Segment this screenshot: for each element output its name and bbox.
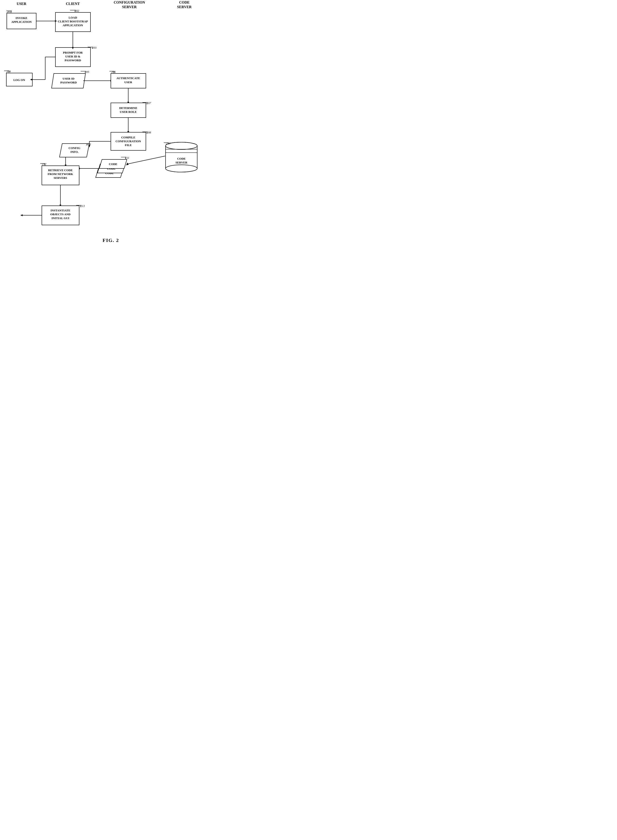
ref-201: 201 bbox=[7, 10, 11, 13]
svg-text:INITIAL GUI: INITIAL GUI bbox=[52, 217, 69, 220]
svg-text:PASSWORD: PASSWORD bbox=[65, 59, 81, 62]
svg-text:SERVERS: SERVERS bbox=[54, 176, 67, 180]
svg-text:AUTHENTICATE: AUTHENTICATE bbox=[117, 77, 140, 80]
svg-text:USER ROLE: USER ROLE bbox=[120, 110, 137, 113]
svg-text:INFO.: INFO. bbox=[70, 150, 78, 153]
svg-text:COMPILE: COMPILE bbox=[121, 136, 135, 139]
col-code-server-label2: SERVER bbox=[177, 5, 192, 9]
svg-text:FILE: FILE bbox=[125, 143, 131, 147]
svg-text:LOAD: LOAD bbox=[68, 16, 77, 19]
ref-204: 204 bbox=[6, 70, 11, 73]
col-config-server-label2: SERVER bbox=[122, 5, 137, 9]
svg-text:APPLICATION: APPLICATION bbox=[11, 20, 32, 24]
ref-206: 206 bbox=[111, 70, 116, 74]
svg-text:USER: USER bbox=[124, 81, 132, 84]
svg-text:LOG ON: LOG ON bbox=[13, 78, 25, 82]
ref-208: 208 bbox=[146, 131, 151, 134]
ref-203: 203 bbox=[92, 46, 97, 49]
svg-text:INSTANTIATE: INSTANTIATE bbox=[50, 209, 70, 212]
col-user-label: USER bbox=[17, 2, 27, 6]
svg-line-55 bbox=[128, 156, 165, 164]
col-config-server-label: CONFIGURATION bbox=[114, 0, 145, 4]
svg-text:FROM NETWORK: FROM NETWORK bbox=[48, 172, 73, 176]
diagram: USER CLIENT CONFIGURATION SERVER CODE SE… bbox=[0, 0, 221, 294]
arrow-213-out bbox=[21, 214, 23, 216]
ref-202: 202 bbox=[75, 9, 79, 12]
fig-caption: FIG. 2 bbox=[102, 237, 119, 243]
col-code-server-label: CODE bbox=[179, 0, 189, 4]
svg-text:CONFIG: CONFIG bbox=[68, 146, 80, 150]
svg-text:RETRIEVE CODE: RETRIEVE CODE bbox=[48, 168, 73, 172]
col-client-label: CLIENT bbox=[66, 2, 80, 6]
svg-text:CODE: CODE bbox=[177, 157, 186, 160]
ref-213: 213 bbox=[80, 204, 85, 208]
diagram-svg: USER CLIENT CONFIGURATION SERVER CODE SE… bbox=[0, 0, 221, 294]
svg-text:PROMPT FOR: PROMPT FOR bbox=[63, 51, 83, 54]
ref-205: 205 bbox=[85, 70, 89, 74]
svg-text:PASSWORD: PASSWORD bbox=[61, 81, 77, 84]
svg-text:USER ID: USER ID bbox=[63, 77, 74, 80]
svg-text:DETERMINE: DETERMINE bbox=[119, 106, 137, 110]
svg-point-60 bbox=[165, 165, 197, 172]
invoke-app-label: INVOKE bbox=[16, 16, 27, 20]
svg-text:USER ID &: USER ID & bbox=[65, 55, 81, 58]
ref-212: 212 bbox=[42, 162, 46, 166]
svg-text:CLIENT BOOTSTRAP: CLIENT BOOTSTRAP bbox=[58, 20, 88, 23]
ref-211: 211 bbox=[125, 156, 129, 159]
ref-207: 207 bbox=[146, 101, 151, 105]
svg-text:OBJECTS AND: OBJECTS AND bbox=[50, 212, 71, 216]
svg-text:CODE: CODE bbox=[109, 162, 117, 166]
svg-text:SERVER: SERVER bbox=[176, 161, 187, 164]
svg-text:APPLICATION: APPLICATION bbox=[63, 24, 83, 27]
svg-text:CONFIGURATION: CONFIGURATION bbox=[115, 140, 141, 143]
